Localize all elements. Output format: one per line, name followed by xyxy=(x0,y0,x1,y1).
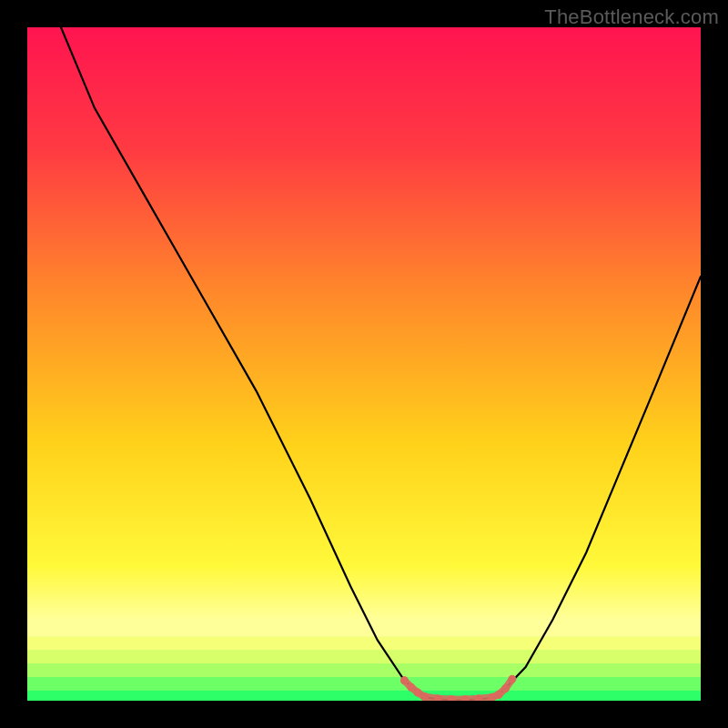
svg-rect-0 xyxy=(27,27,701,701)
background-gradient xyxy=(27,27,701,701)
chart-frame: TheBottleneck.com xyxy=(0,0,728,728)
plot-area xyxy=(27,27,701,701)
watermark-text: TheBottleneck.com xyxy=(544,5,719,29)
